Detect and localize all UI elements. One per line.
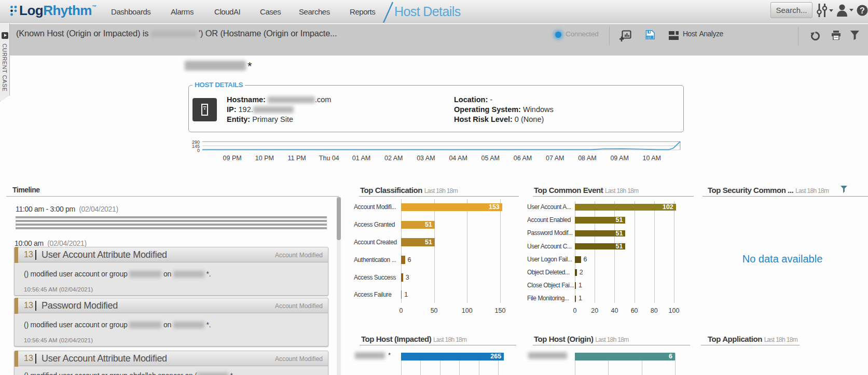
svg-text:0: 0 [197,148,200,153]
svg-text:?: ? [860,6,865,15]
